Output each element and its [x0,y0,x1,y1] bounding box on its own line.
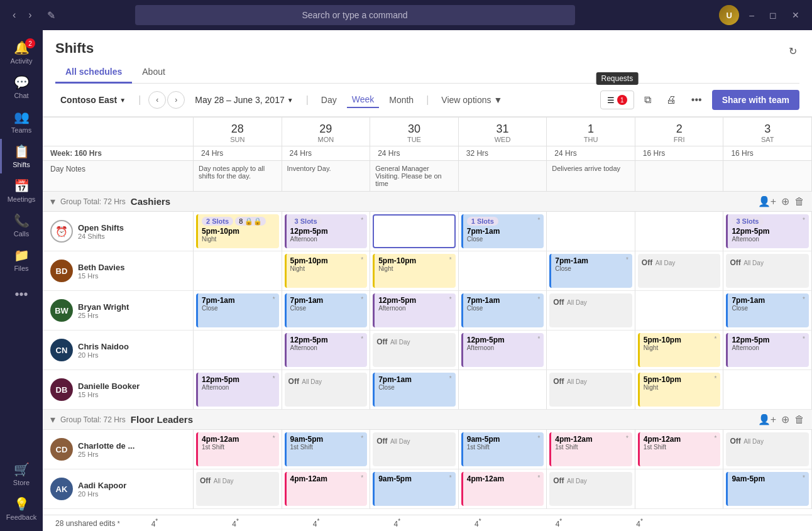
shift-cell[interactable]: * 7pm-1am Close [370,370,459,410]
calendar-area: 28 SUN 29 MON 30 TUE 31 WED 1 THU 2 FRI … [43,117,812,515]
day-hrs-1: 24 Hrs [282,146,371,161]
open-shift-block[interactable]: * 3 Slots 12pm-5pm Afternoon [723,212,812,251]
shift-cell[interactable]: * 7pm-1am Close [723,291,812,331]
next-week-button[interactable]: › [167,91,185,109]
shift-cell-empty [459,370,547,410]
requests-badge: 1 [617,95,627,105]
open-shift-block[interactable]: 2 Slots 8 🔒🔒 5pm-10pm Night [194,212,282,251]
shift-cell-off[interactable]: Off All Day [370,430,459,469]
shift-cell-off[interactable]: Off All Day [194,469,282,509]
shift-cell-off[interactable]: Off All Day [370,331,459,370]
group-collapse-1[interactable]: ▾ [50,413,55,425]
shift-cell[interactable]: * 5pm-10pm Night [370,251,459,291]
back-button[interactable]: ‹ [8,7,21,23]
close-button[interactable]: ✕ [787,8,804,23]
emp-name-0-1: Bryan Wright [78,302,129,312]
sidebar-item-feedback[interactable]: 💡 Feedback [0,491,43,526]
shift-cell[interactable]: * 4pm-12am [459,469,547,509]
delete-group-0[interactable]: 🗑 [794,195,804,207]
shift-cell[interactable]: * 12pm-5pm Afternoon [194,370,282,410]
move-group-0[interactable]: ⊕ [781,195,789,207]
shift-cell-off[interactable]: Off All Day [635,251,724,291]
shift-cell[interactable]: * 9am-5pm 1st Shift [282,430,371,469]
avatar[interactable]: U [719,5,739,25]
group-collapse-0[interactable]: ▾ [50,195,55,207]
view-week-button[interactable]: Week [347,92,380,108]
shift-cell[interactable]: * 7pm-1am Close [459,291,547,331]
shift-cell[interactable]: * 5pm-10pm Night [635,331,724,370]
search-input[interactable] [143,10,568,20]
shift-cell-empty [194,251,282,291]
sidebar-item-files[interactable]: 📁 Files [0,243,43,277]
compose-button[interactable]: ✎ [42,7,60,24]
prev-week-button[interactable]: ‹ [148,91,166,109]
shift-cell-off[interactable]: Off All Day [723,430,812,469]
clock-icon: ⏰ [50,220,73,243]
shift-cell[interactable]: * 12pm-5pm Afternoon [459,331,547,370]
shift-cell[interactable]: * 12pm-5pm Afternoon [282,331,371,370]
sidebar-item-teams[interactable]: 👥 Teams [0,104,43,139]
sidebar-item-store[interactable]: 🛒 Store [0,457,43,491]
sidebar-item-shifts[interactable]: 📋 Shifts [0,139,43,173]
add-employee-0[interactable]: 👤+ [758,195,776,207]
shift-cell-empty [635,469,724,509]
sidebar-item-meetings[interactable]: 📅 Meetings [0,173,43,208]
shift-cell[interactable]: * 12pm-5pm Afternoon [370,291,459,331]
shift-cell[interactable]: * 4pm-12am [282,469,371,509]
sidebar-item-more[interactable]: ••• [0,277,43,312]
maximize-button[interactable]: ◻ [764,8,782,23]
emp-name-0-0: Beth Davies [78,263,124,272]
requests-button[interactable]: Requests ☰ 1 [600,90,634,109]
tab-all-schedules[interactable]: All schedules [55,62,132,84]
open-shift-block[interactable]: * 3 Slots 12pm-5pm Afternoon [282,212,371,251]
shift-cell[interactable]: * 7pm-1am Close [547,251,635,291]
schedule-selector[interactable]: Contoso East ▼ [55,92,131,107]
view-day-button[interactable]: Day [316,92,342,107]
add-employee-1[interactable]: 👤+ [758,413,776,425]
shift-cell-off[interactable]: Off All Day [282,370,371,410]
more-options-button[interactable]: ••• [686,90,707,109]
employee-cell-1-1: AK Aadi Kapoor 20 Hrs [43,469,194,509]
refresh-button[interactable]: ↻ [786,43,799,60]
shift-cell[interactable]: * 4pm-12am 1st Shift [194,430,282,469]
sidebar: 🔔 Activity 2 💬 Chat 👥 Teams 📋 Shifts 📅 M… [0,30,43,531]
shift-cell-off[interactable]: Off All Day [547,370,635,410]
shift-cell[interactable]: * 4pm-12am 1st Shift [547,430,635,469]
shift-cell[interactable]: * 12pm-5pm Afternoon [723,331,812,370]
emp-hrs-1-1: 20 Hrs [78,490,126,498]
day-count-1: 4* [232,518,239,528]
view-month-button[interactable]: Month [384,92,419,107]
shift-cell[interactable]: * 5pm-10pm Night [635,370,724,410]
shift-cell[interactable]: * 7pm-1am Close [282,291,371,331]
date-range[interactable]: May 28 – June 3, 2017 ▼ [190,92,298,107]
open-shift-outline[interactable] [370,212,459,251]
shift-cell[interactable]: * 9am-5pm 1st Shift [459,430,547,469]
minimize-button[interactable]: – [744,8,759,23]
move-group-1[interactable]: ⊕ [781,413,789,425]
sidebar-item-activity[interactable]: 🔔 Activity 2 [0,35,43,70]
view-options-button[interactable]: View options ▼ [436,92,507,107]
tabs: All schedules About [55,62,799,84]
day-header-1: 29 MON [282,118,371,146]
open-shifts-label: ⏰ Open Shifts 24 Shifts [43,212,194,251]
group-header-0: ▾ Group Total: 72 Hrs Cashiers 👤+ ⊕ 🗑 [43,192,812,212]
sidebar-item-calls[interactable]: 📞 Calls [0,208,43,243]
forward-button[interactable]: › [23,7,36,23]
shift-cell-off[interactable]: Off All Day [723,251,812,291]
shift-cell[interactable]: * 5pm-10pm Night [282,251,371,291]
shift-cell[interactable]: * 9am-5pm [723,469,812,509]
sidebar-item-chat[interactable]: 💬 Chat [0,70,43,104]
shift-cell[interactable]: * 7pm-1am Close [194,291,282,331]
day-count-4: 4* [475,518,481,528]
shift-cell[interactable]: * 4pm-12am 1st Shift [635,430,724,469]
print-button[interactable]: 🖨 [661,90,681,109]
shift-cell[interactable]: * 9am-5pm [370,469,459,509]
share-button[interactable]: Share with team [712,90,799,110]
teams-icon: 👥 [14,109,30,124]
tab-about[interactable]: About [132,62,175,84]
open-shift-block[interactable]: * 1 Slots 7pm-1am Close [459,212,547,251]
shift-cell-off[interactable]: Off All Day [547,469,635,509]
copy-button[interactable]: ⧉ [639,90,656,109]
shift-cell-off[interactable]: Off All Day [547,291,635,331]
delete-group-1[interactable]: 🗑 [794,413,804,425]
